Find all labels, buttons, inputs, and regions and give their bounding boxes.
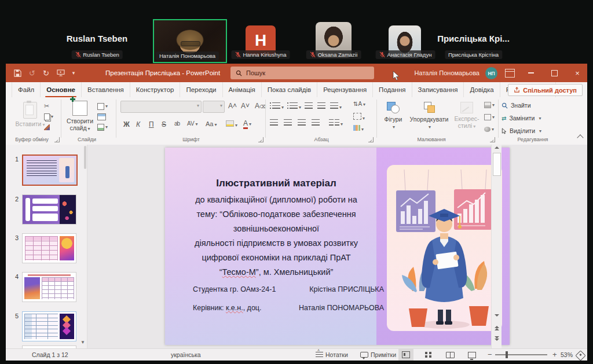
normal-view-button[interactable] bbox=[398, 349, 413, 361]
bullets-button[interactable] bbox=[270, 102, 284, 110]
font-dialog-launcher[interactable] bbox=[258, 137, 263, 142]
slide-sorter-view-button[interactable] bbox=[420, 349, 435, 361]
slide-thumbnail-4[interactable] bbox=[22, 272, 76, 302]
text-direction-button[interactable]: ⇅A bbox=[353, 101, 365, 107]
copy-button[interactable] bbox=[44, 112, 54, 121]
comments-toggle[interactable]: Примітки bbox=[360, 349, 396, 361]
tab-home[interactable]: Основне bbox=[41, 82, 82, 97]
zoom-out-button[interactable]: − bbox=[488, 349, 492, 361]
shape-outline-button[interactable] bbox=[484, 113, 495, 122]
search-box[interactable]: Пошук bbox=[230, 67, 374, 79]
slideshow-view-button[interactable] bbox=[464, 349, 479, 361]
clear-formatting-button[interactable]: A⌫ bbox=[255, 102, 266, 110]
convert-smartart-button[interactable] bbox=[353, 125, 364, 132]
highlight-color-button[interactable] bbox=[226, 120, 237, 128]
tab-help[interactable]: Довідка bbox=[464, 82, 500, 97]
next-slide-button[interactable] bbox=[492, 336, 502, 341]
scroll-down-icon[interactable] bbox=[492, 314, 502, 317]
tab-slideshow[interactable]: Показ слайдів bbox=[262, 82, 317, 97]
share-button[interactable]: Спільний доступ bbox=[508, 84, 583, 96]
panel-scrollbar[interactable] bbox=[84, 146, 86, 169]
character-spacing-button[interactable]: AV bbox=[187, 120, 198, 127]
italic-button[interactable]: К bbox=[136, 120, 140, 128]
account-name[interactable]: Наталія Пономарьова bbox=[393, 64, 479, 82]
tab-insert[interactable]: Вставлення bbox=[82, 82, 130, 97]
fit-to-window-button[interactable] bbox=[577, 351, 584, 363]
format-painter-button[interactable] bbox=[44, 123, 54, 131]
tab-design[interactable]: Конструктор bbox=[130, 82, 181, 97]
quick-styles-button[interactable]: Експрес- стилі bbox=[452, 102, 482, 129]
close-button[interactable]: × bbox=[568, 64, 587, 82]
underline-button[interactable]: П bbox=[149, 120, 154, 128]
slide-thumbnail-2[interactable] bbox=[22, 194, 76, 225]
maximize-button[interactable] bbox=[544, 64, 564, 82]
align-center-button[interactable] bbox=[284, 119, 292, 127]
slide-thumbnail-5[interactable] bbox=[22, 311, 76, 341]
find-button[interactable]: Знайти bbox=[502, 102, 531, 109]
zoom-level[interactable]: 53% bbox=[561, 349, 573, 361]
align-text-button[interactable] bbox=[353, 113, 365, 121]
tab-review[interactable]: Рецензування bbox=[317, 82, 373, 97]
change-case-button[interactable]: Aa bbox=[206, 120, 217, 127]
grow-font-button[interactable]: A˄ bbox=[228, 102, 237, 110]
reset-slide-button[interactable] bbox=[97, 112, 108, 121]
tab-animations[interactable]: Анімація bbox=[223, 82, 262, 97]
participant-tile-ruslan[interactable]: Ruslan Tseben Ruslan Tseben bbox=[41, 0, 153, 64]
save-icon[interactable] bbox=[14, 69, 21, 77]
slide-illustration[interactable] bbox=[387, 165, 502, 331]
start-slideshow-icon[interactable] bbox=[57, 69, 65, 76]
align-left-button[interactable] bbox=[270, 119, 278, 127]
current-slide[interactable]: Ілюстративний матеріал до кваліфікаційно… bbox=[165, 148, 510, 345]
zoom-slider-track[interactable] bbox=[495, 354, 547, 355]
qat-more-icon[interactable]: ▾ bbox=[72, 70, 75, 76]
slide-student-row[interactable]: Студентка гр. ОАмз-24-1 Крістіна ПРИСЛІЦ… bbox=[193, 285, 384, 293]
previous-slide-button[interactable] bbox=[492, 325, 502, 331]
decrease-indent-button[interactable] bbox=[305, 102, 313, 110]
minimize-button[interactable] bbox=[521, 64, 541, 82]
notes-toggle[interactable]: ˄ Нотатки bbox=[316, 349, 348, 361]
line-spacing-button[interactable] bbox=[330, 102, 342, 110]
numbering-button[interactable] bbox=[287, 102, 301, 110]
language-indicator[interactable]: українська bbox=[171, 349, 201, 361]
clipboard-dialog-launcher[interactable] bbox=[54, 137, 60, 142]
paragraph-dialog-launcher[interactable] bbox=[368, 137, 374, 142]
increase-indent-button[interactable] bbox=[317, 102, 325, 110]
justify-button[interactable] bbox=[312, 119, 320, 127]
ribbon-display-options-icon[interactable] bbox=[505, 69, 515, 78]
tab-file[interactable]: Файл bbox=[12, 82, 41, 97]
reading-view-button[interactable] bbox=[442, 349, 457, 361]
new-slide-button[interactable]: Створити слайд bbox=[65, 101, 95, 131]
shapes-button[interactable]: Фігури bbox=[380, 102, 407, 130]
tab-transitions[interactable]: Переходи bbox=[180, 82, 222, 97]
participant-tile-prislitska[interactable]: Присліцька Крі... Присліцька Крістіна bbox=[434, 0, 513, 64]
replace-button[interactable]: ⇄ Замінити bbox=[502, 115, 541, 122]
arrange-button[interactable]: Упорядкувати bbox=[408, 102, 451, 130]
undo-icon[interactable]: ↺ bbox=[29, 69, 35, 78]
shrink-font-button[interactable]: A˅ bbox=[241, 102, 250, 110]
columns-button[interactable] bbox=[329, 119, 343, 127]
scroll-up-icon[interactable] bbox=[492, 146, 502, 149]
font-color-button[interactable]: А bbox=[243, 119, 251, 127]
paste-button[interactable]: Вставити bbox=[15, 102, 45, 127]
redo-icon[interactable]: ↻ bbox=[43, 69, 49, 78]
slide-thumbnail-3[interactable] bbox=[22, 233, 76, 263]
vertical-scrollbar[interactable] bbox=[491, 145, 502, 348]
shape-effects-button[interactable] bbox=[484, 125, 495, 134]
font-name-dropdown[interactable] bbox=[120, 101, 202, 113]
font-size-dropdown[interactable] bbox=[203, 101, 225, 113]
strikethrough-button[interactable]: S bbox=[162, 120, 166, 128]
account-avatar[interactable]: НП bbox=[485, 67, 497, 79]
zoom-slider-thumb[interactable] bbox=[506, 351, 508, 358]
slide-text-block[interactable]: Ілюстративний матеріал до кваліфікаційно… bbox=[172, 178, 380, 280]
panel-scroll-down-icon[interactable]: ▼ bbox=[80, 340, 85, 345]
slide-thumbnail-1[interactable] bbox=[22, 155, 78, 186]
text-shadow-button[interactable]: ab bbox=[174, 120, 180, 127]
drawing-dialog-launcher[interactable] bbox=[490, 137, 495, 142]
align-right-button[interactable] bbox=[298, 119, 306, 127]
tab-view[interactable]: Подання bbox=[373, 82, 412, 97]
participant-video-nataliia[interactable]: Наталія Пономарьова bbox=[153, 19, 227, 63]
bold-button[interactable]: Ж bbox=[123, 120, 130, 128]
zoom-in-button[interactable]: + bbox=[552, 349, 557, 361]
cut-button[interactable]: ✂ bbox=[44, 102, 54, 111]
slide-layout-button[interactable] bbox=[97, 102, 108, 111]
